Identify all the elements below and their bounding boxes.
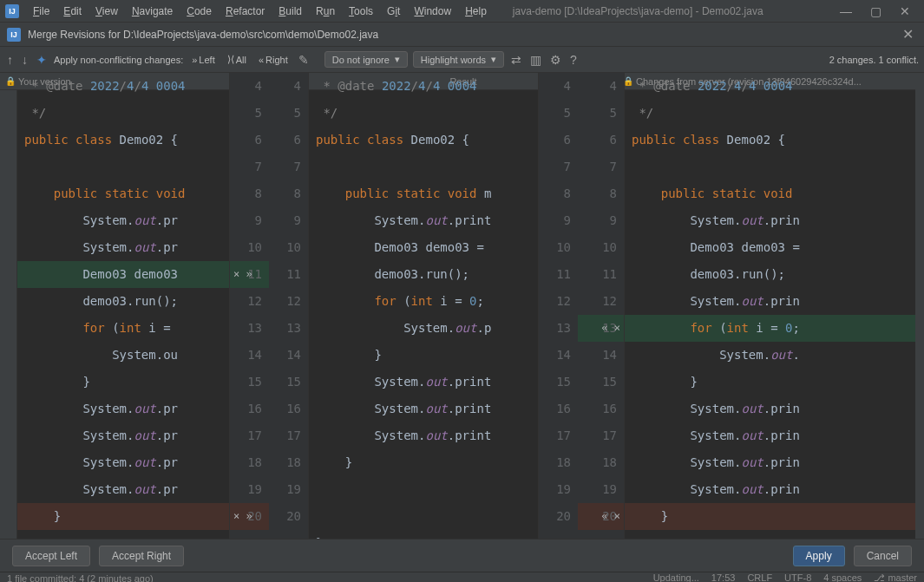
gutter-line[interactable]: 9 bbox=[269, 207, 308, 234]
apply-left-button[interactable]: » Left bbox=[188, 53, 218, 67]
gutter-line[interactable]: 6 bbox=[539, 127, 578, 154]
gutter-line[interactable]: 8 bbox=[539, 180, 578, 207]
gutter-line[interactable]: 20 bbox=[269, 503, 308, 530]
gutter-line[interactable]: 14 bbox=[578, 342, 624, 369]
code-line[interactable]: demo03.run(); bbox=[625, 261, 924, 288]
code-line[interactable] bbox=[309, 154, 538, 180]
minimize-button[interactable]: — bbox=[836, 4, 856, 18]
menu-tools[interactable]: Tools bbox=[344, 3, 378, 20]
settings-gear-icon[interactable]: ⚙ bbox=[548, 53, 563, 67]
mid-code-pane[interactable]: * @date 2022/4/4 0004 */public class Dem… bbox=[309, 73, 538, 539]
left-tool-strip[interactable] bbox=[0, 90, 17, 539]
gutter-line[interactable]: 6 bbox=[269, 127, 308, 154]
gutter-line[interactable]: 14 bbox=[539, 342, 578, 369]
left-code-pane[interactable]: * @date 2022/4/4 0004 */public class Dem… bbox=[17, 73, 229, 539]
ignore-policy-select[interactable]: Do not ignore ▾ bbox=[324, 51, 408, 68]
gutter-line[interactable]: 17 bbox=[578, 422, 624, 449]
code-line[interactable]: public static void bbox=[17, 180, 229, 207]
gutter-line[interactable]: 5 bbox=[539, 100, 578, 127]
code-line[interactable]: System.out.pr bbox=[17, 396, 229, 422]
code-line[interactable]: System.out.pr bbox=[17, 449, 229, 476]
gutter-line[interactable]: 13 bbox=[269, 315, 308, 342]
status-encoding[interactable]: UTF-8 bbox=[784, 572, 811, 582]
code-line[interactable]: public static void m bbox=[309, 180, 538, 207]
code-line[interactable]: public class Demo02 { bbox=[625, 127, 924, 154]
magic-wand-icon[interactable]: ✎ bbox=[297, 53, 311, 67]
status-caret-pos[interactable]: 17:53 bbox=[711, 572, 736, 582]
sync-scroll-icon[interactable]: ▥ bbox=[528, 53, 543, 67]
gutter-line[interactable]: 12 bbox=[269, 288, 308, 315]
code-line[interactable]: } bbox=[17, 369, 229, 396]
menu-view[interactable]: View bbox=[90, 3, 123, 20]
gutter-line[interactable]: 11 bbox=[269, 261, 308, 288]
code-line[interactable]: Demo03 demo03 bbox=[17, 261, 229, 288]
right-code-pane[interactable]: * @date 2022/4/4 0004 */public class Dem… bbox=[625, 73, 924, 539]
right-scroll-strip[interactable] bbox=[915, 73, 924, 539]
mid-gutter-left[interactable]: 456789101112131415161718192021 bbox=[269, 73, 309, 539]
code-line[interactable]: */ bbox=[625, 100, 924, 127]
menu-file[interactable]: File bbox=[28, 3, 55, 20]
code-line[interactable]: } bbox=[17, 503, 229, 530]
code-line[interactable]: */ bbox=[309, 100, 538, 127]
gutter-line[interactable]: « ×20 bbox=[578, 503, 624, 530]
accept-right-button[interactable]: Accept Right bbox=[99, 546, 184, 566]
menu-run[interactable]: Run bbox=[311, 3, 340, 20]
gutter-line[interactable]: 12 bbox=[539, 288, 578, 315]
gutter-line[interactable]: 8 bbox=[269, 180, 308, 207]
code-line[interactable]: } bbox=[309, 530, 538, 539]
code-line[interactable]: for (int i = 0; bbox=[625, 315, 924, 342]
gutter-line[interactable]: 19 bbox=[578, 476, 624, 503]
code-line[interactable]: System.ou bbox=[17, 342, 229, 369]
gutter-line[interactable]: 5 bbox=[269, 100, 308, 127]
gutter-line[interactable]: 15 bbox=[539, 369, 578, 396]
gutter-line[interactable]: 7 bbox=[578, 154, 624, 180]
next-diff-icon[interactable]: ↓ bbox=[20, 53, 29, 67]
gutter-line[interactable]: 13 bbox=[230, 315, 269, 342]
help-icon[interactable]: ? bbox=[568, 53, 579, 67]
code-line[interactable]: System.out.pr bbox=[17, 234, 229, 261]
code-line[interactable]: System.out.prin bbox=[625, 207, 924, 234]
code-line[interactable]: System.out.prin bbox=[625, 449, 924, 476]
status-line-sep[interactable]: CRLF bbox=[747, 572, 772, 582]
code-line[interactable]: System.out.prin bbox=[625, 396, 924, 422]
gutter-line[interactable]: 21 bbox=[269, 530, 308, 539]
gutter-line[interactable]: 8 bbox=[230, 180, 269, 207]
menu-window[interactable]: Window bbox=[409, 3, 456, 20]
code-line[interactable]: System.out.print bbox=[309, 207, 538, 234]
code-line[interactable]: System.out.pr bbox=[17, 207, 229, 234]
gutter-line[interactable]: 10 bbox=[578, 234, 624, 261]
gutter-line[interactable]: 15 bbox=[269, 369, 308, 396]
gutter-line[interactable]: 20 bbox=[539, 503, 578, 530]
close-window-button[interactable]: ✕ bbox=[895, 4, 915, 18]
diff-action-icon[interactable]: × » bbox=[233, 261, 252, 288]
menu-build[interactable]: Build bbox=[273, 3, 307, 20]
code-line[interactable]: System.out.print bbox=[309, 369, 538, 396]
code-line[interactable]: System.out.pr bbox=[17, 476, 229, 503]
gutter-line[interactable]: 17 bbox=[230, 422, 269, 449]
gutter-line[interactable]: 17 bbox=[539, 422, 578, 449]
code-line[interactable]: Demo03 demo03 = bbox=[625, 234, 924, 261]
code-line[interactable] bbox=[309, 503, 538, 530]
apply-button[interactable]: Apply bbox=[793, 546, 845, 566]
highlight-policy-select[interactable]: Highlight words ▾ bbox=[413, 51, 504, 68]
code-line[interactable] bbox=[309, 476, 538, 503]
gutter-line[interactable]: 10 bbox=[539, 234, 578, 261]
prev-diff-icon[interactable]: ↑ bbox=[5, 53, 15, 67]
gutter-line[interactable]: 21 bbox=[578, 530, 624, 539]
dialog-close-button[interactable]: ✕ bbox=[899, 26, 917, 43]
code-line[interactable]: * @date 2022/4/4 0004 bbox=[17, 73, 229, 100]
code-line[interactable]: } bbox=[309, 342, 538, 369]
gutter-line[interactable]: 15 bbox=[578, 369, 624, 396]
gutter-line[interactable]: 19 bbox=[269, 476, 308, 503]
gutter-line[interactable]: 7 bbox=[230, 154, 269, 180]
menu-code[interactable]: Code bbox=[181, 3, 217, 20]
gutter-line[interactable]: 14 bbox=[269, 342, 308, 369]
gutter-line[interactable]: 8 bbox=[578, 180, 624, 207]
gutter-line[interactable]: 11 bbox=[578, 261, 624, 288]
toggle-whitespace-icon[interactable]: ⇄ bbox=[509, 53, 523, 67]
code-line[interactable]: for (int i = bbox=[17, 315, 229, 342]
gutter-line[interactable]: 19 bbox=[539, 476, 578, 503]
gutter-line[interactable]: 21 bbox=[539, 530, 578, 539]
cancel-button[interactable]: Cancel bbox=[854, 546, 912, 566]
code-line[interactable]: Demo03 demo03 = bbox=[309, 234, 538, 261]
